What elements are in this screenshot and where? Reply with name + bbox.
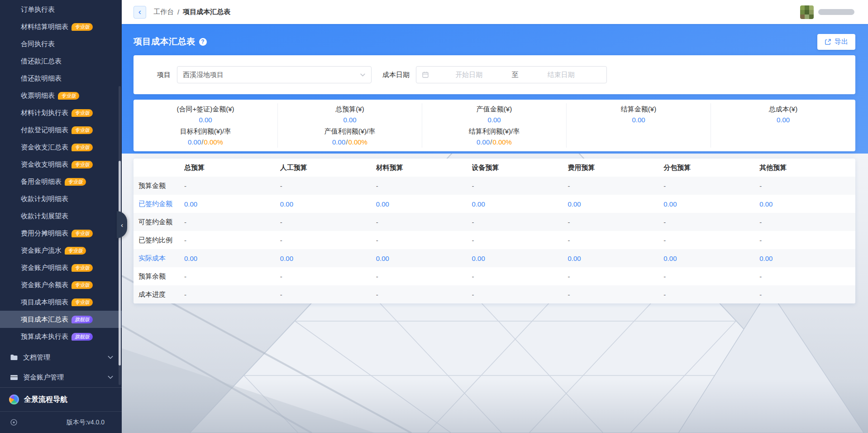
breadcrumb-workbench[interactable]: 工作台 [153,8,174,16]
table-cell[interactable]: 0.00 [568,200,663,208]
sidebar-menu-item[interactable]: 备用金明细表 专业版 [0,173,122,190]
table-cell: - [472,291,568,298]
username-redacted [818,9,854,15]
menu-item-label: 合同执行表 [21,40,55,48]
sidebar-menu-item[interactable]: 借还款汇总表 [0,53,122,70]
sidebar-menu-item[interactable]: 资金账户明细表 专业版 [0,259,122,276]
table-cell[interactable]: 0.00 [759,255,855,262]
menu-item-label: 项目成本明细表 [21,298,68,307]
sidebar-menu-item[interactable]: 费用分摊明细表 专业版 [0,225,122,242]
sidebar-menu-item[interactable]: 项目成本汇总表 旗舰版 [0,311,122,328]
menu-item-label: 预算成本执行表 [21,332,68,341]
table-cell: - [472,273,568,280]
stat-rate-separator: / [201,138,203,146]
back-button[interactable]: ‹ [134,6,146,19]
row-label: 可签约金额 [134,218,184,226]
gear-icon[interactable] [10,419,18,426]
row-label[interactable]: 已签约金额 [134,200,184,208]
table-cell[interactable]: 0.00 [376,200,472,208]
table-cell: - [376,236,472,244]
sidebar-menu-item[interactable]: 材料结算明细表 专业版 [0,18,122,35]
cost-date-range-input[interactable]: 开始日期 至 结束日期 [416,66,607,83]
folder-icon [10,354,18,361]
chevron-down-icon [360,72,366,78]
menu-item-label: 资金收支汇总表 [21,143,68,152]
menu-item-label: 收款计划展望表 [21,212,68,221]
sidebar-menu-item[interactable]: 预算成本执行表 旗舰版 [0,328,122,345]
menu-item-label: 备用金明细表 [21,178,62,186]
menu-item-label: 资金收支明细表 [21,160,68,169]
stat-empty-cell [567,125,711,148]
table-cell: - [280,218,376,226]
table-cell: - [759,236,855,244]
back-icon: ‹ [138,7,141,16]
table-cell: - [280,291,376,298]
stat-rate-separator: / [490,138,492,146]
stats-card: (合同+签证)金额(¥) 0.00 总预算(¥) 0.00 产值金额(¥) 0.… [134,100,855,151]
chevron-down-icon [107,374,114,380]
row-label[interactable]: 实际成本 [134,254,184,263]
sidebar-menu-item[interactable]: 项目成本明细表 专业版 [0,293,122,311]
table-cell[interactable]: 0.00 [280,255,376,262]
table-cell: - [759,291,855,298]
sidebar-scrollbar-thumb[interactable] [119,161,121,366]
stats-row-1: (合同+签证)金额(¥) 0.00 总预算(¥) 0.00 产值金额(¥) 0.… [134,103,855,125]
table-cell[interactable]: 0.00 [663,200,759,208]
table-cell[interactable]: 0.00 [184,200,280,208]
table-cell[interactable]: 0.00 [568,255,663,262]
stat-cell: 结算金额(¥) 0.00 [567,103,711,125]
sidebar-menu-item[interactable]: 收款计划展望表 [0,207,122,225]
help-icon[interactable]: ? [199,38,207,46]
export-button[interactable]: 导出 [817,34,855,50]
sidebar-menu-item[interactable]: 材料计划执行表 专业版 [0,104,122,121]
help-glyph: ? [201,38,204,45]
stat-amount: 0.00 [188,138,201,146]
breadcrumb-separator: / [177,8,179,16]
table-cell: - [184,218,280,226]
table-row: 已签约金额 0.000.000.000.000.000.000.00 [134,195,855,213]
table-header-row: 总预算人工预算材料预算设备预算费用预算分包预算其他预算 [134,159,855,177]
sidebar-group-label: 文档管理 [23,353,50,362]
sidebar-menu: 订单执行表 材料结算明细表 专业版 合同执行表 借还款汇总表 借还款明细表 收票… [0,0,122,347]
table-cell: - [184,273,280,280]
table-row: 预算余额 ------- [134,267,855,285]
sidebar-menu-item[interactable]: 资金收支汇总表 专业版 [0,139,122,156]
table-column-header: 分包预算 [663,164,759,172]
sidebar-menu-item[interactable]: 借还款明细表 [0,70,122,87]
sidebar-group-document-management[interactable]: 文档管理 [0,347,122,367]
table-cell[interactable]: 0.00 [759,200,855,208]
table-cell[interactable]: 0.00 [663,255,759,262]
panorama-nav-label: 全景流程导航 [24,395,67,404]
export-icon [825,38,831,45]
sidebar-menu-item[interactable]: 收款计划明细表 [0,190,122,207]
stat-cell: 目标利润额(¥)/率 0.00/0.00% [134,125,278,148]
sidebar-menu-item[interactable]: 资金账户余额表 专业版 [0,276,122,293]
row-label: 预算余额 [134,272,184,281]
panorama-nav-button[interactable]: 全景流程导航 [0,388,122,411]
sidebar-group-fund-account-management[interactable]: 资金账户管理 [0,367,122,387]
menu-item-badge: 专业版 [72,109,93,117]
cost-date-label: 成本日期 [382,71,410,79]
sidebar-menu-item[interactable]: 资金账户流水 专业版 [0,242,122,259]
date-range-separator: 至 [509,71,521,79]
table-body: 预算金额 ------- 已签约金额 0.000.000.000.000.000… [134,177,855,303]
stat-amount: 0.00 [477,138,490,146]
table-cell[interactable]: 0.00 [184,255,280,262]
table-cell: - [663,273,759,280]
sidebar-menu-item[interactable]: 资金收支明细表 专业版 [0,156,122,173]
table-cell[interactable]: 0.00 [376,255,472,262]
sidebar-menu-item[interactable]: 订单执行表 [0,1,122,18]
sidebar-menu-item[interactable]: 收票明细表 专业版 [0,87,122,104]
table-cell[interactable]: 0.00 [472,255,568,262]
menu-item-badge: 专业版 [72,23,93,31]
table-cell: - [568,236,663,244]
table-cell[interactable]: 0.00 [472,200,568,208]
menu-item-label: 资金账户余额表 [21,281,68,289]
table-cell[interactable]: 0.00 [280,200,376,208]
sidebar-menu-item[interactable]: 合同执行表 [0,35,122,53]
avatar[interactable] [800,5,814,19]
project-select[interactable]: 西溪湿地项目 [177,66,372,83]
stat-rate: 0.00% [348,138,367,146]
sidebar-menu-item[interactable]: 付款登记明细表 专业版 [0,121,122,139]
stat-value: 0.00 [777,116,790,124]
